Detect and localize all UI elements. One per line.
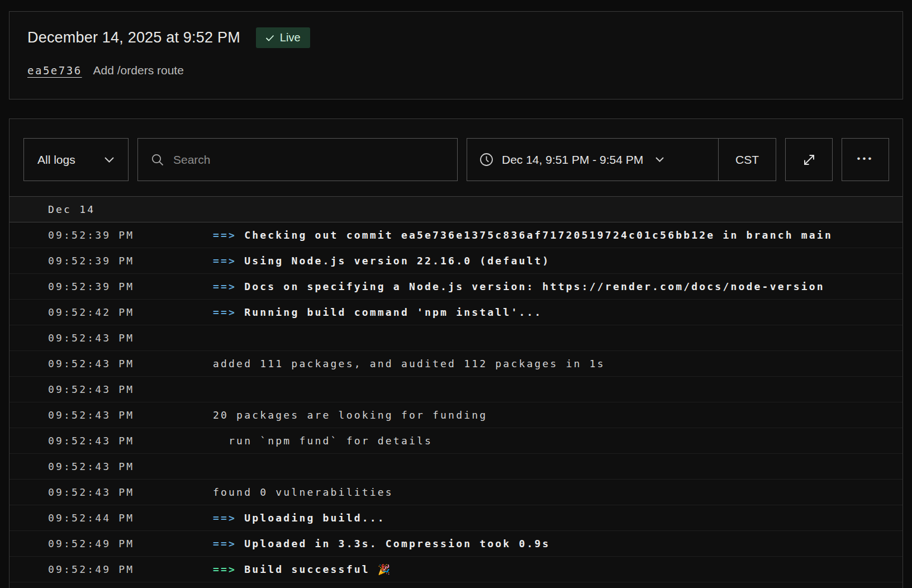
more-options-button[interactable]: ••• bbox=[842, 138, 889, 181]
log-date-header: Dec 14 bbox=[10, 196, 902, 222]
log-link[interactable]: https://render.com/docs/node-version bbox=[543, 281, 825, 292]
live-badge-label: Live bbox=[280, 31, 301, 44]
timezone-button[interactable]: CST bbox=[719, 139, 776, 181]
log-text: Running build command 'npm install'... bbox=[244, 306, 542, 318]
log-message: ==> Build successful 🎉 bbox=[213, 563, 902, 575]
commit-hash-link[interactable]: ea5e736 bbox=[27, 64, 82, 77]
log-timestamp: 09:52:44 PM bbox=[48, 512, 213, 524]
log-row: 09:52:43 PM run `npm fund` for details bbox=[10, 428, 902, 454]
log-row: 09:52:49 PM==> Uploaded in 3.3s. Compres… bbox=[10, 531, 902, 557]
log-timestamp: 09:52:43 PM bbox=[48, 409, 213, 421]
log-timestamp: 09:52:43 PM bbox=[48, 383, 213, 395]
log-message: ==> Running build command 'npm install'.… bbox=[213, 306, 902, 318]
log-row: 09:52:42 PM==> Running build command 'np… bbox=[10, 300, 902, 325]
log-text: added 111 packages, and audited 112 pack… bbox=[213, 358, 605, 369]
log-arrow-icon: ==> bbox=[213, 512, 244, 524]
log-date-label: Dec 14 bbox=[48, 203, 95, 215]
log-arrow-icon: ==> bbox=[213, 281, 244, 292]
deploy-logs-page: { "colors": { "accent_blue": "#62a9dc", … bbox=[0, 0, 912, 588]
log-arrow-icon: ==> bbox=[213, 229, 244, 241]
log-search-box[interactable] bbox=[137, 138, 458, 181]
log-message: added 111 packages, and audited 112 pack… bbox=[213, 358, 902, 369]
ellipsis-icon: ••• bbox=[857, 153, 874, 164]
log-text: Uploaded in 3.3s. Compression took 0.9s bbox=[244, 538, 550, 549]
log-timestamp: 09:52:43 PM bbox=[48, 435, 213, 447]
log-timestamp: 09:52:39 PM bbox=[48, 229, 213, 241]
search-input[interactable] bbox=[173, 153, 444, 167]
log-table: Dec 14 09:52:39 PM==> Checking out commi… bbox=[10, 196, 902, 582]
deploy-header-panel: December 14, 2025 at 9:52 PM Live ea5e73… bbox=[9, 11, 903, 99]
log-text: Build successful 🎉 bbox=[244, 563, 392, 575]
log-text: Uploading build... bbox=[244, 512, 386, 524]
log-message: ==> Uploading build... bbox=[213, 512, 902, 524]
log-timestamp: 09:52:49 PM bbox=[48, 563, 213, 575]
log-row: 09:52:43 PM bbox=[10, 454, 902, 480]
expand-logs-button[interactable] bbox=[785, 138, 833, 181]
log-timestamp: 09:52:42 PM bbox=[48, 306, 213, 318]
log-message: run `npm fund` for details bbox=[213, 435, 902, 447]
log-row: 09:52:43 PMadded 111 packages, and audit… bbox=[10, 351, 902, 377]
page-title: December 14, 2025 at 9:52 PM bbox=[27, 29, 240, 46]
time-range-dropdown[interactable]: Dec 14, 9:51 PM - 9:54 PM bbox=[467, 139, 718, 181]
log-timestamp: 09:52:49 PM bbox=[48, 538, 213, 549]
log-text: Using Node.js version 22.16.0 (default) bbox=[244, 255, 550, 267]
log-timestamp: 09:52:43 PM bbox=[48, 486, 213, 498]
live-status-badge: Live bbox=[256, 27, 310, 48]
log-text: Docs on specifying a Node.js version: bbox=[244, 281, 542, 292]
log-rows: 09:52:39 PM==> Checking out commit ea5e7… bbox=[10, 222, 902, 582]
log-row: 09:52:43 PM bbox=[10, 377, 902, 402]
log-message: ==> Docs on specifying a Node.js version… bbox=[213, 281, 902, 292]
log-row: 09:52:43 PM20 packages are looking for f… bbox=[10, 402, 902, 428]
log-message: found 0 vulnerabilities bbox=[213, 486, 902, 498]
log-text: Checking out commit ea5e736e1375c836af71… bbox=[244, 229, 833, 241]
log-message: ==> Using Node.js version 22.16.0 (defau… bbox=[213, 255, 902, 267]
log-arrow-icon: ==> bbox=[213, 538, 244, 549]
time-range-label: Dec 14, 9:51 PM - 9:54 PM bbox=[502, 153, 643, 167]
log-arrow-icon: ==> bbox=[213, 306, 244, 318]
chevron-down-icon bbox=[652, 157, 664, 163]
log-timestamp: 09:52:43 PM bbox=[48, 332, 213, 344]
check-icon bbox=[265, 35, 274, 41]
log-timestamp: 09:52:39 PM bbox=[48, 255, 213, 267]
deploy-title-row: December 14, 2025 at 9:52 PM Live bbox=[27, 27, 885, 48]
log-arrow-icon: ==> bbox=[213, 563, 244, 575]
timezone-label: CST bbox=[735, 153, 759, 167]
log-row: 09:52:39 PM==> Checking out commit ea5e7… bbox=[10, 222, 902, 248]
log-filter-dropdown[interactable]: All logs bbox=[23, 138, 129, 181]
log-row: 09:52:39 PM==> Using Node.js version 22.… bbox=[10, 248, 902, 274]
log-message: 20 packages are looking for funding bbox=[213, 409, 902, 421]
log-row: 09:52:39 PM==> Docs on specifying a Node… bbox=[10, 274, 902, 300]
log-row: 09:52:44 PM==> Uploading build... bbox=[10, 505, 902, 531]
log-text: run `npm fund` for details bbox=[213, 435, 433, 447]
commit-message: Add /orders route bbox=[93, 64, 184, 77]
log-message: ==> Checking out commit ea5e736e1375c836… bbox=[213, 229, 902, 241]
log-text: 20 packages are looking for funding bbox=[213, 409, 487, 421]
search-icon bbox=[151, 153, 164, 167]
chevron-down-icon bbox=[104, 157, 115, 163]
commit-row: ea5e736 Add /orders route bbox=[27, 64, 885, 77]
logs-toolbar: All logs Dec 14, 9:51 PM - 9:54 PM bbox=[10, 119, 902, 196]
log-text: found 0 vulnerabilities bbox=[213, 486, 393, 498]
log-arrow-icon: ==> bbox=[213, 255, 244, 267]
logs-panel: All logs Dec 14, 9:51 PM - 9:54 PM bbox=[9, 118, 903, 588]
log-row: 09:52:43 PM bbox=[10, 325, 902, 351]
log-timestamp: 09:52:39 PM bbox=[48, 281, 213, 292]
clock-icon bbox=[479, 153, 493, 167]
log-timestamp: 09:52:43 PM bbox=[48, 358, 213, 369]
log-row: 09:52:43 PMfound 0 vulnerabilities bbox=[10, 480, 902, 505]
log-message: ==> Uploaded in 3.3s. Compression took 0… bbox=[213, 538, 902, 549]
time-range-group: Dec 14, 9:51 PM - 9:54 PM CST bbox=[467, 138, 776, 181]
expand-icon bbox=[801, 152, 817, 168]
log-filter-label: All logs bbox=[37, 153, 75, 167]
log-timestamp: 09:52:43 PM bbox=[48, 461, 213, 472]
log-row: 09:52:49 PM==> Build successful 🎉 bbox=[10, 557, 902, 582]
